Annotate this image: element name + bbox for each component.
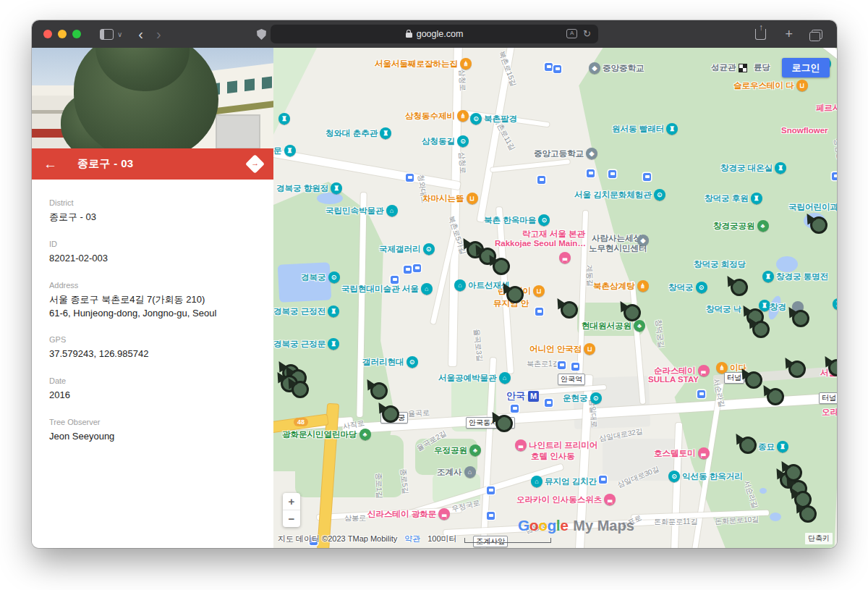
bus-stop-icon[interactable] bbox=[404, 266, 412, 274]
castle-marker-icon[interactable]: ♜ bbox=[775, 162, 786, 174]
bus-stop-icon[interactable] bbox=[643, 173, 651, 181]
castle-marker-icon[interactable]: ♜ bbox=[777, 441, 788, 452]
map-poi-label[interactable]: 청와대 춘추관♜ bbox=[326, 127, 391, 139]
sidebar-toggle-icon[interactable] bbox=[100, 29, 114, 40]
castle-marker-icon[interactable]: ♜ bbox=[278, 113, 290, 125]
map-poi-label[interactable]: 우정공원♣ bbox=[434, 444, 481, 456]
bus-stop-icon[interactable] bbox=[832, 172, 837, 180]
map-poi-label[interactable]: 국립민속박물관⌂ bbox=[326, 205, 398, 216]
translate-icon[interactable]: A bbox=[566, 29, 577, 38]
reload-icon[interactable]: ↻ bbox=[583, 28, 591, 39]
castle-marker-icon[interactable]: ♜ bbox=[751, 193, 762, 204]
map-canvas[interactable]: 48 로그인 + − Google My Maps 지도 데이터 ©2023 T… bbox=[273, 48, 837, 548]
tree-marker-icon[interactable]: ♣ bbox=[757, 220, 769, 232]
url-bar[interactable]: google.com A ↻ bbox=[271, 25, 598, 43]
tree-data-marker[interactable] bbox=[788, 361, 806, 378]
map-poi-label[interactable]: Snowflower bbox=[781, 126, 828, 135]
terms-link[interactable]: 약관 bbox=[404, 534, 420, 544]
bus-stop-icon[interactable] bbox=[511, 405, 519, 413]
school-marker-icon[interactable]: ◆ bbox=[589, 62, 600, 74]
directions-icon[interactable]: → bbox=[245, 154, 265, 174]
cafe-marker-icon[interactable]: ⊔ bbox=[584, 343, 595, 355]
tree-data-marker[interactable] bbox=[799, 505, 817, 523]
map-poi-label[interactable]: 창덕궁⊙ bbox=[668, 282, 707, 293]
map-poi-label[interactable]: 슬로우스테이 다⊔ bbox=[733, 80, 808, 91]
map-poi-label[interactable]: 원서동 빨래터♜ bbox=[612, 123, 678, 135]
map-poi-label[interactable]: 문♜ bbox=[273, 145, 296, 156]
castle-marker-icon[interactable]: ♜ bbox=[666, 123, 678, 135]
map-poi-label[interactable]: 삼청동수제비⋔ bbox=[405, 110, 469, 122]
bus-stop-icon[interactable] bbox=[558, 361, 566, 369]
tab-overview-icon[interactable] bbox=[812, 30, 822, 39]
camera-marker-icon[interactable]: ⊙ bbox=[328, 271, 340, 283]
hotel-marker-icon[interactable]: ▄ bbox=[559, 252, 571, 264]
tree-data-marker[interactable] bbox=[292, 381, 309, 398]
map-poi-label[interactable]: 서울공예박물관⌂ bbox=[438, 372, 511, 384]
map-poi-label[interactable]: 신라스테이 광화문▄ bbox=[367, 508, 450, 520]
museum-marker-icon[interactable]: ⌂ bbox=[454, 279, 466, 291]
camera-marker-icon[interactable]: ⊙ bbox=[590, 392, 602, 404]
map-poi-label[interactable]: 북촌 한옥마을⊙ bbox=[484, 214, 550, 226]
castle-marker-icon[interactable]: ♜ bbox=[762, 271, 774, 282]
tree-data-marker[interactable] bbox=[752, 321, 770, 338]
map-poi-label[interactable]: 창경궁 대온실♜ bbox=[720, 162, 786, 174]
privacy-shield-icon[interactable] bbox=[257, 29, 266, 40]
camera-marker-icon[interactable]: ⊙ bbox=[470, 113, 482, 125]
map-poi-label[interactable]: 국립현대미술관 서울⌂ bbox=[341, 283, 433, 295]
map-poi-label[interactable]: 차마시는뜰⊔ bbox=[422, 193, 478, 204]
map-poi-label[interactable]: 종묘♜ bbox=[758, 441, 788, 452]
restaurant-marker-icon[interactable]: ⋔ bbox=[460, 58, 472, 69]
bus-stop-icon[interactable] bbox=[553, 65, 561, 73]
map-poi-label[interactable]: 오라카이 인사동스위츠▄ bbox=[516, 494, 616, 505]
restaurant-marker-icon[interactable]: ⋔ bbox=[637, 280, 649, 292]
map-poi-label[interactable]: 중앙고등학교◆ bbox=[534, 148, 597, 159]
tree-marker-icon[interactable]: ♣ bbox=[634, 320, 645, 332]
map-poi-label[interactable]: 호스텔토미▄ bbox=[654, 447, 710, 459]
map-poi-label[interactable]: SULLA STAY bbox=[648, 375, 699, 384]
share-icon[interactable] bbox=[755, 29, 766, 40]
museum-marker-icon[interactable]: ⌂ bbox=[499, 372, 511, 384]
school-marker-icon[interactable]: ◆ bbox=[586, 148, 597, 159]
subway-station-anguk[interactable]: 안국M bbox=[506, 389, 539, 403]
map-poi-label[interactable]: ⊙북촌팔경 bbox=[470, 113, 517, 125]
map-poi-label[interactable]: 국제갤러리⊙ bbox=[379, 243, 435, 255]
new-tab-icon[interactable]: + bbox=[785, 27, 793, 42]
map-poi-marker[interactable]: ◆ bbox=[635, 235, 649, 246]
bus-stop-icon[interactable] bbox=[406, 174, 414, 182]
back-arrow-icon[interactable]: ← bbox=[43, 156, 57, 172]
tree-data-marker[interactable] bbox=[624, 304, 641, 321]
back-button[interactable]: ‹ bbox=[138, 26, 143, 43]
map-poi-label[interactable]: 삼청동길⊙ bbox=[422, 135, 469, 147]
castle-marker-icon[interactable]: ♜ bbox=[833, 298, 837, 310]
chevron-down-icon[interactable]: ∨ bbox=[117, 30, 122, 38]
map-poi-label[interactable]: 북촌삼계탕⋔ bbox=[593, 280, 649, 292]
bus-stop-icon[interactable] bbox=[697, 390, 705, 398]
bus-stop-icon[interactable] bbox=[545, 63, 553, 71]
map-poi-label[interactable]: 경복궁 근정문♜ bbox=[273, 338, 339, 350]
map-poi-label[interactable]: 창덕궁 희정당 bbox=[694, 259, 746, 270]
forward-button[interactable]: › bbox=[156, 26, 161, 43]
map-poi-label[interactable]: Rakkojae Seoul Main… bbox=[495, 239, 586, 248]
museum-marker-icon[interactable]: ⌂ bbox=[464, 466, 476, 478]
zoom-out-button[interactable]: − bbox=[283, 510, 300, 527]
tree-data-marker[interactable] bbox=[767, 388, 784, 405]
map-poi-marker[interactable]: ♜ bbox=[830, 298, 837, 310]
map-poi-label[interactable]: 창덕궁 낙 bbox=[706, 304, 741, 315]
tree-data-marker[interactable] bbox=[493, 258, 510, 275]
keyboard-shortcuts-label[interactable]: 단축키 bbox=[805, 533, 833, 544]
museum-marker-icon[interactable]: ⌂ bbox=[421, 283, 433, 295]
map-poi-label[interactable]: 조계사⌂ bbox=[437, 466, 476, 478]
map-poi-label[interactable]: 갤러리현대⊙ bbox=[362, 356, 418, 368]
map-poi-label[interactable]: 국립어린이과 bbox=[788, 202, 837, 213]
map-poi-label[interactable]: 현대원서공원♣ bbox=[582, 320, 645, 332]
hotel-marker-icon[interactable]: ▄ bbox=[604, 494, 616, 505]
cafe-marker-icon[interactable]: ⊔ bbox=[467, 193, 478, 204]
close-window-button[interactable] bbox=[43, 30, 52, 38]
tree-data-marker[interactable] bbox=[792, 310, 809, 327]
hotel-marker-icon[interactable]: ▄ bbox=[515, 439, 527, 451]
map-poi-marker[interactable]: ▄ bbox=[557, 252, 571, 264]
bus-stop-icon[interactable] bbox=[587, 169, 595, 177]
map-poi-label[interactable]: 경복궁⊙ bbox=[301, 271, 340, 283]
museum-marker-icon[interactable]: ⌂ bbox=[386, 205, 398, 216]
tree-data-marker[interactable] bbox=[739, 437, 757, 454]
